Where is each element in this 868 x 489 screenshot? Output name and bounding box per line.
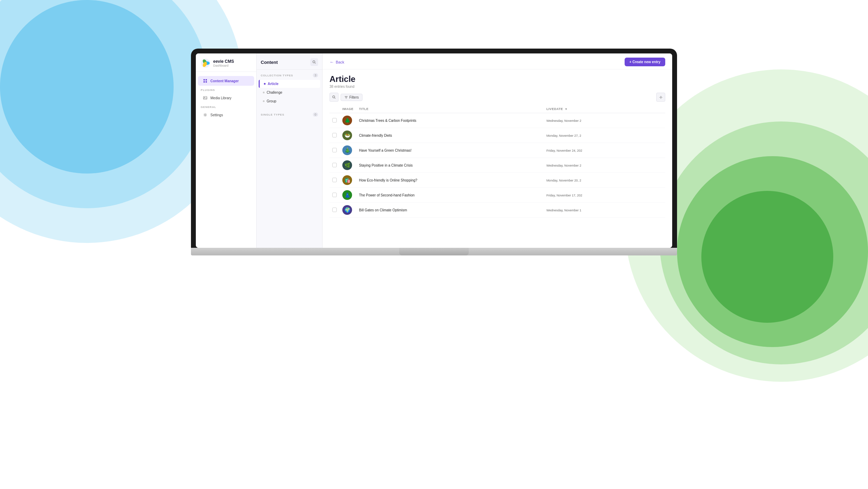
laptop-wrapper: eevie CMS Dashboard bbox=[191, 49, 677, 255]
svg-point-10 bbox=[205, 114, 206, 116]
row-image-cell: 🛍️ bbox=[340, 173, 356, 188]
dot-group bbox=[263, 100, 265, 102]
row-checkbox[interactable] bbox=[332, 133, 337, 137]
articles-table: IMAGE TITLE LIVEDATE ▼ bbox=[329, 105, 665, 218]
back-button-label: Back bbox=[336, 60, 344, 64]
article-thumbnail: 👗 bbox=[342, 190, 352, 200]
row-title-cell: The Power of Second-hand Fashion bbox=[356, 188, 544, 203]
row-checkbox-cell bbox=[329, 143, 340, 158]
svg-point-18 bbox=[660, 96, 661, 98]
back-button[interactable]: ← Back bbox=[329, 59, 344, 65]
row-checkbox-cell bbox=[329, 113, 340, 128]
table-settings-icon bbox=[659, 95, 663, 99]
row-date-cell: Monday, November 27, 2 bbox=[544, 128, 665, 143]
main-panel: ← Back + Create new entry Article 38 ent… bbox=[323, 53, 672, 248]
row-checkbox[interactable] bbox=[332, 193, 337, 197]
page-title: Article bbox=[329, 74, 665, 84]
middle-search-button[interactable] bbox=[310, 58, 318, 66]
row-image-cell: 🌲 bbox=[340, 113, 356, 128]
single-types-header: SINGLE TYPES 0 bbox=[257, 109, 322, 119]
row-checkbox-cell bbox=[329, 128, 340, 143]
article-date: Friday, November 17, 202 bbox=[546, 194, 582, 197]
row-checkbox[interactable] bbox=[332, 163, 337, 167]
row-title-cell: Climate-friendly Diets bbox=[356, 128, 544, 143]
col-title-header: TITLE bbox=[356, 105, 544, 113]
circle-blue-mid bbox=[0, 0, 208, 208]
app-logo-icon bbox=[201, 58, 210, 68]
row-title-cell: How Eco-friendly is Online Shopping? bbox=[356, 173, 544, 188]
sidebar-item-content-manager[interactable]: Content Manager bbox=[198, 76, 254, 86]
svg-rect-4 bbox=[203, 79, 205, 81]
logo-text: eevie CMS Dashboard bbox=[213, 59, 234, 67]
article-title: Climate-friendly Diets bbox=[359, 134, 392, 137]
filters-label: Filters bbox=[349, 95, 359, 99]
row-title-cell: Have Yourself a Green Christmas! bbox=[356, 143, 544, 158]
row-checkbox[interactable] bbox=[332, 148, 337, 152]
sort-arrow-icon: ▼ bbox=[565, 108, 567, 111]
row-title-cell: Bill Gates on Climate Optimism bbox=[356, 203, 544, 218]
col-livedate-label: LIVEDATE bbox=[546, 107, 563, 111]
row-checkbox[interactable] bbox=[332, 178, 337, 182]
table-row[interactable]: 👗 The Power of Second-hand Fashion Frida… bbox=[329, 188, 665, 203]
table-settings-button[interactable] bbox=[656, 93, 665, 102]
circle-green-mid bbox=[660, 121, 868, 364]
media-library-icon bbox=[203, 95, 208, 100]
main-content: Article 38 entries found bbox=[323, 69, 672, 248]
table-row[interactable]: 🌿 Staying Positive in a Climate Crisis W… bbox=[329, 158, 665, 173]
table-row[interactable]: 🌍 Bill Gates on Climate Optimism Wednesd… bbox=[329, 203, 665, 218]
nav-link-article[interactable]: Article bbox=[259, 80, 320, 88]
collection-types-label: COLLECTION TYPES bbox=[261, 74, 293, 77]
row-checkbox-cell bbox=[329, 188, 340, 203]
collection-types-header: COLLECTION TYPES 3 bbox=[257, 70, 322, 79]
sidebar-logo: eevie CMS Dashboard bbox=[196, 53, 256, 72]
article-title: How Eco-friendly is Online Shopping? bbox=[359, 178, 417, 182]
sidebar: eevie CMS Dashboard bbox=[196, 53, 257, 248]
content-manager-icon bbox=[203, 78, 208, 83]
laptop-screen: eevie CMS Dashboard bbox=[196, 53, 672, 248]
svg-rect-8 bbox=[203, 96, 207, 99]
nav-link-group[interactable]: Group bbox=[259, 97, 320, 105]
sidebar-item-label-content-manager: Content Manager bbox=[210, 79, 239, 83]
table-search-icon bbox=[332, 95, 336, 99]
nav-link-challenge[interactable]: Challenge bbox=[259, 88, 320, 96]
svg-rect-7 bbox=[206, 81, 207, 83]
sidebar-item-settings[interactable]: Settings bbox=[198, 110, 254, 120]
sidebar-item-media-library[interactable]: Media Library bbox=[198, 93, 254, 103]
col-livedate-header[interactable]: LIVEDATE ▼ bbox=[544, 105, 665, 113]
article-title: The Power of Second-hand Fashion bbox=[359, 193, 415, 197]
row-image-cell: 🎄 bbox=[340, 143, 356, 158]
sidebar-item-label-settings: Settings bbox=[210, 113, 223, 117]
row-date-cell: Friday, November 17, 202 bbox=[544, 188, 665, 203]
table-row[interactable]: 🥗 Climate-friendly Diets Monday, Novembe… bbox=[329, 128, 665, 143]
svg-point-11 bbox=[313, 61, 315, 63]
article-date: Monday, November 20, 2 bbox=[546, 179, 581, 182]
row-date-cell: Wednesday, November 2 bbox=[544, 113, 665, 128]
row-image-cell: 🥗 bbox=[340, 128, 356, 143]
create-new-entry-button[interactable]: + Create new entry bbox=[625, 58, 665, 66]
article-thumbnail: 🎄 bbox=[342, 145, 352, 155]
table-row[interactable]: 🌲 Christmas Trees & Carbon Footprints We… bbox=[329, 113, 665, 128]
sidebar-section-general: GENERAL bbox=[196, 103, 256, 110]
main-toolbar: ← Back + Create new entry bbox=[323, 53, 672, 69]
dot-challenge bbox=[263, 92, 265, 93]
table-search-button[interactable] bbox=[329, 93, 339, 102]
table-row[interactable]: 🛍️ How Eco-friendly is Online Shopping? … bbox=[329, 173, 665, 188]
app-name: eevie CMS bbox=[213, 59, 234, 64]
article-thumbnail: 🛍️ bbox=[342, 175, 352, 185]
app-subtitle: Dashboard bbox=[213, 64, 234, 67]
row-checkbox[interactable] bbox=[332, 118, 337, 123]
article-title: Staying Positive in a Climate Crisis bbox=[359, 163, 413, 167]
back-arrow-icon: ← bbox=[329, 59, 334, 65]
sidebar-section-plugins: PLUGINS bbox=[196, 86, 256, 93]
row-checkbox[interactable] bbox=[332, 208, 337, 212]
article-thumbnail: 🥗 bbox=[342, 130, 352, 140]
row-title-cell: Staying Positive in a Climate Crisis bbox=[356, 158, 544, 173]
row-checkbox-cell bbox=[329, 203, 340, 218]
table-row[interactable]: 🎄 Have Yourself a Green Christmas! Frida… bbox=[329, 143, 665, 158]
svg-point-13 bbox=[333, 96, 335, 98]
row-title-cell: Christmas Trees & Carbon Footprints bbox=[356, 113, 544, 128]
article-thumbnail: 🌲 bbox=[342, 116, 352, 125]
filters-button[interactable]: Filters bbox=[341, 94, 362, 101]
article-date: Wednesday, November 2 bbox=[546, 164, 582, 167]
row-date-cell: Wednesday, November 2 bbox=[544, 158, 665, 173]
